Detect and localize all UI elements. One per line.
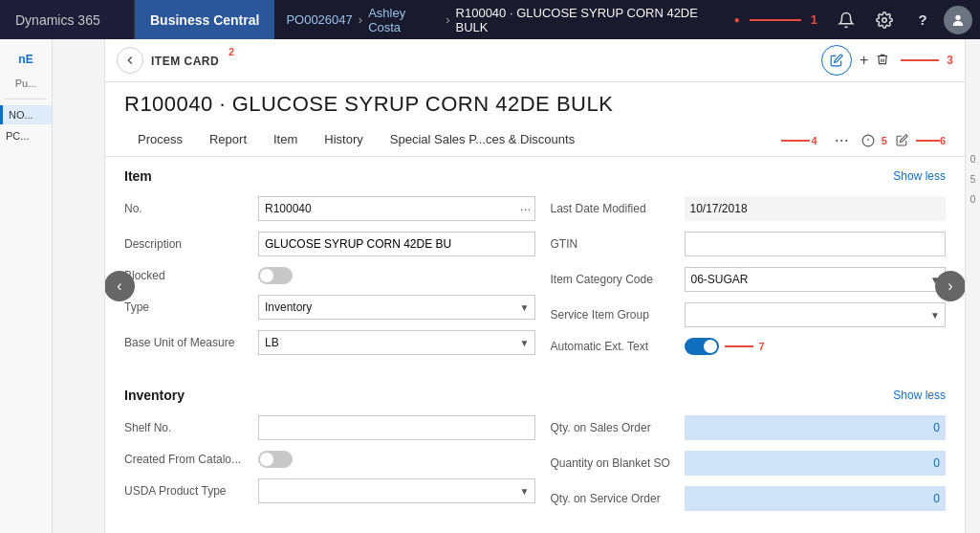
dynamics-nav[interactable]: Dynamics 365 bbox=[0, 0, 135, 39]
inv-right-col: Qty. on Sales Order 0 Quantity on Blanke… bbox=[535, 411, 947, 517]
usda-select-wrapper: ▼ bbox=[258, 478, 535, 503]
red-dot: ● bbox=[734, 14, 740, 25]
red-line bbox=[750, 19, 801, 21]
back-button[interactable] bbox=[117, 47, 143, 74]
annotation-4-line bbox=[781, 140, 810, 142]
item-section-header: Item Show less bbox=[124, 157, 946, 191]
left-nav-arrow-container: ‹ bbox=[105, 271, 135, 301]
annotation-3: 3 bbox=[947, 54, 953, 67]
settings-icon-btn[interactable] bbox=[867, 3, 902, 37]
info-icon-btn[interactable] bbox=[857, 129, 880, 152]
shelf-label: Shelf No. bbox=[124, 421, 258, 434]
auto-ext-row: Automatic Ext. Text 7 bbox=[551, 333, 947, 361]
last-date-row: Last Date Modified 10/17/2018 bbox=[551, 191, 947, 227]
tab-edit-icon-btn[interactable] bbox=[891, 129, 914, 152]
bc-label: Business Central bbox=[150, 12, 259, 28]
right-num-3: 0 bbox=[970, 194, 976, 205]
inventory-show-less-btn[interactable]: Show less bbox=[893, 389, 946, 402]
qty-sales-row: Qty. on Sales Order 0 bbox=[551, 411, 947, 446]
tab-special-sales[interactable]: Special Sales P...ces & Discounts bbox=[377, 124, 588, 156]
sidebar-row-1[interactable]: NO... bbox=[0, 105, 52, 124]
blocked-toggle[interactable] bbox=[258, 267, 293, 284]
qty-service-value[interactable]: 0 bbox=[685, 486, 947, 511]
no-row: No. ··· bbox=[124, 191, 535, 227]
svg-point-0 bbox=[882, 17, 887, 22]
item-show-less-btn[interactable]: Show less bbox=[893, 169, 946, 183]
type-select[interactable]: Inventory bbox=[258, 295, 535, 320]
auto-ext-label: Automatic Ext. Text bbox=[551, 340, 685, 353]
breadcrumb-po[interactable]: PO0026047 bbox=[286, 12, 352, 27]
item-cat-select[interactable]: 06-SUGAR bbox=[685, 267, 947, 292]
tab-report[interactable]: Report bbox=[196, 124, 260, 156]
breadcrumb-sep2: › bbox=[446, 12, 449, 27]
edit-button[interactable] bbox=[821, 45, 852, 76]
breadcrumb: PO0026047 › Ashley Costa › R100040 · GLU… bbox=[274, 6, 829, 34]
avatar[interactable] bbox=[944, 6, 972, 34]
last-date-label: Last Date Modified bbox=[551, 202, 685, 215]
next-record-button[interactable]: › 8 bbox=[935, 271, 965, 301]
bell-icon-btn[interactable] bbox=[829, 3, 863, 37]
breadcrumb-sep1: › bbox=[359, 12, 362, 27]
auto-ext-toggle-wrap: 7 bbox=[685, 338, 765, 355]
no-input[interactable] bbox=[258, 196, 535, 221]
sidebar-letters[interactable]: nE bbox=[18, 47, 33, 72]
annotation-3-line bbox=[901, 59, 939, 61]
base-uom-select[interactable]: LB bbox=[258, 330, 535, 355]
inv-left-col: Shelf No. Created From Catalo... bbox=[124, 411, 535, 517]
shelf-input[interactable] bbox=[258, 415, 535, 440]
tab-history[interactable]: History bbox=[311, 124, 376, 156]
last-date-value: 10/17/2018 bbox=[685, 196, 947, 221]
auto-ext-slider bbox=[685, 338, 719, 355]
sidebar-row-2[interactable]: PC... bbox=[0, 126, 52, 145]
created-toggle[interactable] bbox=[258, 451, 293, 468]
sidebar-sub: Pu... bbox=[15, 74, 37, 93]
no-input-dots[interactable]: ··· bbox=[520, 201, 532, 216]
tab-process[interactable]: Process bbox=[124, 124, 196, 156]
usda-label: USDA Product Type bbox=[124, 484, 258, 498]
service-group-select[interactable] bbox=[685, 302, 947, 327]
qty-service-label: Qty. on Service Order bbox=[551, 492, 685, 505]
qty-sales-label: Qty. on Sales Order bbox=[551, 421, 685, 434]
type-select-wrapper: Inventory ▼ bbox=[258, 295, 535, 320]
item-cat-select-wrapper: 06-SUGAR ▼ bbox=[685, 267, 947, 292]
breadcrumb-user[interactable]: Ashley Costa bbox=[368, 6, 440, 34]
inventory-form-grid: Shelf No. Created From Catalo... bbox=[124, 411, 946, 517]
created-slider bbox=[258, 451, 293, 468]
prev-record-button[interactable]: ‹ bbox=[105, 271, 135, 301]
item-left-col: No. ··· Description Blocked bbox=[124, 191, 535, 361]
qty-blanket-label: Quantity on Blanket SO bbox=[551, 456, 685, 470]
sidebar-divider bbox=[5, 99, 46, 100]
qty-sales-value[interactable]: 0 bbox=[685, 415, 947, 440]
qty-blanket-value[interactable]: 0 bbox=[685, 451, 947, 476]
help-icon-btn[interactable]: ? bbox=[905, 3, 940, 37]
gtin-input[interactable] bbox=[685, 232, 947, 256]
description-row: Description bbox=[124, 227, 535, 262]
right-num-1: 0 bbox=[970, 154, 976, 165]
add-button[interactable]: + bbox=[860, 52, 868, 69]
annotation-5-area: 5 bbox=[880, 135, 887, 146]
tab-actions-area: 4 bbox=[781, 135, 827, 146]
more-tabs-button[interactable]: ··· bbox=[827, 126, 857, 154]
blocked-row: Blocked bbox=[124, 262, 535, 290]
qty-blanket-row: Quantity on Blanket SO 0 bbox=[551, 446, 947, 481]
dynamics-label: Dynamics 365 bbox=[15, 12, 100, 28]
service-group-label: Service Item Group bbox=[551, 308, 685, 322]
inventory-section-title: Inventory bbox=[124, 388, 185, 403]
delete-button[interactable] bbox=[876, 53, 889, 69]
auto-ext-toggle[interactable] bbox=[685, 338, 719, 355]
base-uom-select-wrapper: LB ▼ bbox=[258, 330, 535, 355]
type-row: Type Inventory ▼ bbox=[124, 290, 535, 325]
business-central-nav[interactable]: Business Central bbox=[135, 0, 274, 39]
blocked-label: Blocked bbox=[124, 269, 258, 282]
type-label: Type bbox=[124, 300, 258, 314]
annotation-7: 7 bbox=[759, 341, 765, 352]
base-uom-label: Base Unit of Measure bbox=[124, 336, 258, 349]
item-form-grid: No. ··· Description Blocked bbox=[124, 191, 946, 361]
description-input[interactable] bbox=[258, 232, 535, 256]
right-thin-panel: 0 5 0 bbox=[965, 39, 980, 533]
usda-select[interactable] bbox=[258, 478, 535, 503]
inventory-section-header: Inventory Show less bbox=[124, 376, 946, 411]
tabs-row: Process Report Item History Special Sale… bbox=[105, 124, 965, 157]
item-card-label: ITEM CARD bbox=[151, 55, 219, 68]
tab-item[interactable]: Item bbox=[260, 124, 311, 156]
